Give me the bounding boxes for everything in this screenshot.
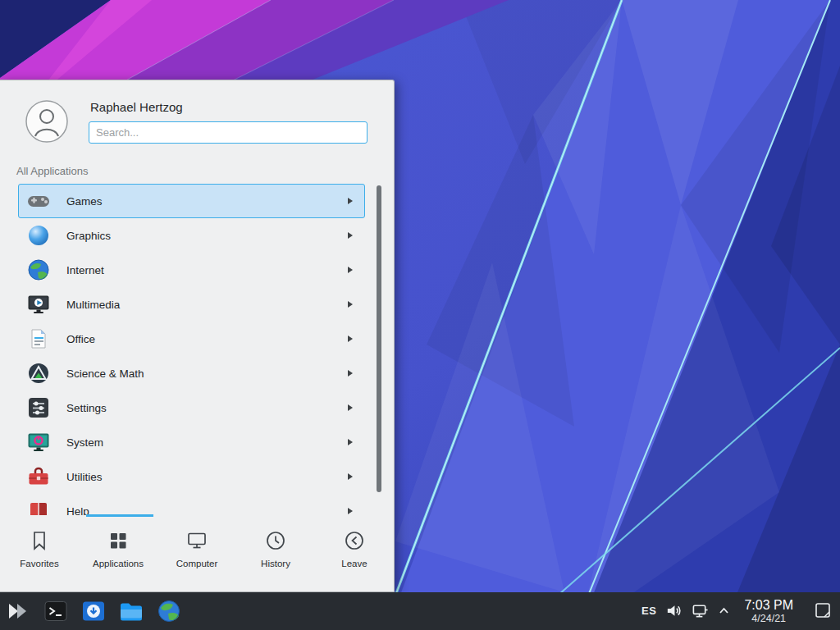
category-item-science-math[interactable]: Science & Math: [18, 356, 365, 390]
category-label: Internet: [66, 264, 348, 276]
category-item-internet[interactable]: Internet: [18, 253, 365, 287]
document-icon: [27, 327, 50, 350]
globe-icon: [27, 258, 50, 281]
category-item-settings[interactable]: Settings: [18, 390, 365, 425]
clock-time: 7:03 PM: [744, 598, 793, 613]
chevron-right-icon: [348, 267, 353, 273]
tray-expander-icon[interactable]: [718, 605, 730, 617]
category-item-help[interactable]: Help: [18, 494, 365, 515]
digital-clock[interactable]: 7:03 PM 4/24/21: [744, 598, 793, 625]
monitor-icon: [186, 530, 208, 551]
launcher-tab-bar: Favorites Applications Computer: [0, 517, 394, 592]
category-item-graphics[interactable]: Graphics: [18, 218, 365, 253]
application-launcher-menu: Raphael Hertzog All Applications Games: [0, 80, 395, 592]
section-label-all-applications: All Applications: [16, 165, 88, 177]
application-launcher-button[interactable]: [5, 598, 31, 624]
taskbar-launchers: [5, 598, 182, 624]
clock-icon: [265, 530, 286, 551]
category-item-utilities[interactable]: Utilities: [18, 459, 365, 494]
file-manager-app-icon[interactable]: [118, 598, 144, 624]
help-book-icon: [27, 500, 50, 515]
chevron-right-icon: [348, 232, 353, 239]
tab-label: Leave: [341, 559, 367, 568]
tab-label: Favorites: [20, 559, 58, 568]
network-icon[interactable]: [692, 602, 709, 619]
category-label: Multimedia: [66, 299, 348, 311]
bookmark-icon: [29, 530, 50, 551]
software-app-icon[interactable]: [80, 598, 107, 624]
clock-date: 4/24/21: [744, 613, 793, 624]
volume-icon[interactable]: [665, 602, 682, 619]
category-item-games[interactable]: Games: [18, 184, 365, 218]
taskbar-panel: ES 7:03 PM 4/24/21: [0, 592, 840, 630]
logout-icon: [344, 530, 365, 551]
sliders-icon: [27, 396, 50, 419]
flask-icon: [27, 362, 50, 385]
user-avatar[interactable]: [25, 100, 68, 143]
chevron-right-icon: [348, 301, 353, 308]
chevron-right-icon: [348, 473, 353, 480]
category-label: Utilities: [66, 471, 348, 483]
media-monitor-icon: [27, 293, 50, 316]
list-scrollbar[interactable]: [377, 185, 381, 492]
toolbox-icon: [27, 465, 50, 488]
sphere-icon: [27, 224, 50, 247]
category-item-office[interactable]: Office: [18, 322, 365, 356]
search-input[interactable]: [89, 121, 368, 144]
category-label: Graphics: [66, 230, 348, 242]
category-label: Science & Math: [66, 368, 348, 380]
show-desktop-button[interactable]: [814, 600, 832, 622]
chevron-right-icon: [348, 439, 353, 445]
chevron-right-icon: [348, 198, 353, 204]
chevron-right-icon: [348, 508, 353, 514]
category-label: Office: [66, 333, 348, 345]
tab-favorites[interactable]: Favorites: [0, 517, 79, 592]
tab-label: Computer: [176, 559, 218, 568]
gamepad-icon: [27, 189, 50, 212]
tab-leave[interactable]: Leave: [315, 517, 394, 592]
tab-computer[interactable]: Computer: [158, 517, 236, 592]
category-label: System: [66, 436, 348, 449]
chevron-right-icon: [348, 336, 353, 342]
tab-applications[interactable]: Applications: [79, 517, 158, 592]
tab-label: History: [261, 559, 290, 568]
desktop: Raphael Hertzog All Applications Games: [0, 0, 840, 630]
grid-icon: [107, 530, 129, 551]
terminal-app-icon[interactable]: [43, 598, 69, 624]
system-tray: ES 7:03 PM 4/24/21: [641, 598, 835, 625]
user-name: Raphael Hertzog: [90, 100, 183, 114]
category-item-multimedia[interactable]: Multimedia: [18, 287, 365, 322]
tab-label: Applications: [93, 559, 144, 568]
category-label: Games: [66, 195, 348, 208]
chevron-right-icon: [348, 404, 353, 411]
category-label: Settings: [66, 402, 348, 414]
category-item-system[interactable]: System: [18, 425, 365, 459]
tab-history[interactable]: History: [236, 517, 315, 592]
system-monitor-icon: [27, 431, 50, 454]
category-list: Games Graphics: [18, 184, 365, 515]
keyboard-layout-indicator[interactable]: ES: [641, 605, 656, 617]
chevron-right-icon: [348, 370, 353, 377]
web-browser-app-icon[interactable]: [156, 598, 182, 624]
